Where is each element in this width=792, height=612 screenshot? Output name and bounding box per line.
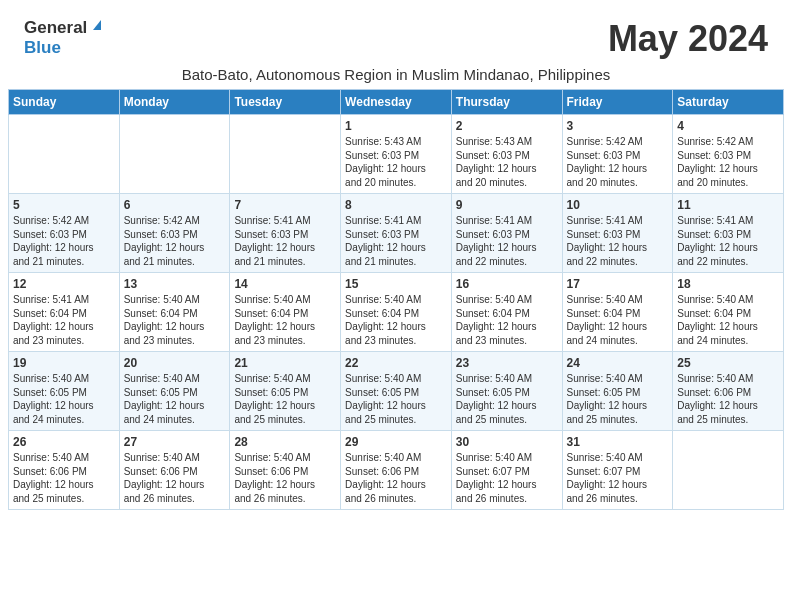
table-row: 21Sunrise: 5:40 AMSunset: 6:05 PMDayligh… [230,352,341,431]
cell-content: Sunrise: 5:43 AMSunset: 6:03 PMDaylight:… [345,135,447,189]
day-number: 29 [345,435,447,449]
table-row: 20Sunrise: 5:40 AMSunset: 6:05 PMDayligh… [119,352,230,431]
table-row: 29Sunrise: 5:40 AMSunset: 6:06 PMDayligh… [341,431,452,510]
col-monday: Monday [119,90,230,115]
cell-content: Sunrise: 5:40 AMSunset: 6:05 PMDaylight:… [234,372,336,426]
day-number: 12 [13,277,115,291]
cell-content: Sunrise: 5:40 AMSunset: 6:07 PMDaylight:… [567,451,669,505]
cell-content: Sunrise: 5:40 AMSunset: 6:06 PMDaylight:… [234,451,336,505]
day-number: 10 [567,198,669,212]
table-row: 11Sunrise: 5:41 AMSunset: 6:03 PMDayligh… [673,194,784,273]
calendar-week-row: 1Sunrise: 5:43 AMSunset: 6:03 PMDaylight… [9,115,784,194]
day-number: 18 [677,277,779,291]
cell-content: Sunrise: 5:40 AMSunset: 6:04 PMDaylight:… [567,293,669,347]
col-saturday: Saturday [673,90,784,115]
table-row: 5Sunrise: 5:42 AMSunset: 6:03 PMDaylight… [9,194,120,273]
table-row: 26Sunrise: 5:40 AMSunset: 6:06 PMDayligh… [9,431,120,510]
calendar-week-row: 19Sunrise: 5:40 AMSunset: 6:05 PMDayligh… [9,352,784,431]
calendar-table: Sunday Monday Tuesday Wednesday Thursday… [8,89,784,510]
col-wednesday: Wednesday [341,90,452,115]
calendar-week-row: 5Sunrise: 5:42 AMSunset: 6:03 PMDaylight… [9,194,784,273]
day-number: 4 [677,119,779,133]
day-number: 11 [677,198,779,212]
cell-content: Sunrise: 5:40 AMSunset: 6:04 PMDaylight:… [345,293,447,347]
day-number: 14 [234,277,336,291]
cell-content: Sunrise: 5:41 AMSunset: 6:03 PMDaylight:… [345,214,447,268]
table-row [9,115,120,194]
table-row: 6Sunrise: 5:42 AMSunset: 6:03 PMDaylight… [119,194,230,273]
day-number: 13 [124,277,226,291]
day-number: 26 [13,435,115,449]
month-title: May 2024 [608,18,768,60]
table-row: 14Sunrise: 5:40 AMSunset: 6:04 PMDayligh… [230,273,341,352]
cell-content: Sunrise: 5:41 AMSunset: 6:03 PMDaylight:… [567,214,669,268]
logo: General Blue [24,18,105,58]
day-number: 1 [345,119,447,133]
day-number: 7 [234,198,336,212]
calendar-week-row: 12Sunrise: 5:41 AMSunset: 6:04 PMDayligh… [9,273,784,352]
table-row: 25Sunrise: 5:40 AMSunset: 6:06 PMDayligh… [673,352,784,431]
table-row: 22Sunrise: 5:40 AMSunset: 6:05 PMDayligh… [341,352,452,431]
cell-content: Sunrise: 5:40 AMSunset: 6:07 PMDaylight:… [456,451,558,505]
cell-content: Sunrise: 5:41 AMSunset: 6:03 PMDaylight:… [456,214,558,268]
cell-content: Sunrise: 5:40 AMSunset: 6:06 PMDaylight:… [345,451,447,505]
day-number: 21 [234,356,336,370]
cell-content: Sunrise: 5:40 AMSunset: 6:06 PMDaylight:… [677,372,779,426]
day-number: 30 [456,435,558,449]
table-row: 10Sunrise: 5:41 AMSunset: 6:03 PMDayligh… [562,194,673,273]
day-number: 19 [13,356,115,370]
day-number: 17 [567,277,669,291]
cell-content: Sunrise: 5:40 AMSunset: 6:04 PMDaylight:… [124,293,226,347]
cell-content: Sunrise: 5:41 AMSunset: 6:03 PMDaylight:… [677,214,779,268]
table-row: 12Sunrise: 5:41 AMSunset: 6:04 PMDayligh… [9,273,120,352]
table-row [673,431,784,510]
day-number: 27 [124,435,226,449]
cell-content: Sunrise: 5:43 AMSunset: 6:03 PMDaylight:… [456,135,558,189]
table-row: 16Sunrise: 5:40 AMSunset: 6:04 PMDayligh… [451,273,562,352]
cell-content: Sunrise: 5:40 AMSunset: 6:04 PMDaylight:… [234,293,336,347]
table-row: 17Sunrise: 5:40 AMSunset: 6:04 PMDayligh… [562,273,673,352]
table-row: 19Sunrise: 5:40 AMSunset: 6:05 PMDayligh… [9,352,120,431]
table-row: 4Sunrise: 5:42 AMSunset: 6:03 PMDaylight… [673,115,784,194]
day-number: 24 [567,356,669,370]
cell-content: Sunrise: 5:42 AMSunset: 6:03 PMDaylight:… [124,214,226,268]
day-number: 25 [677,356,779,370]
table-row: 15Sunrise: 5:40 AMSunset: 6:04 PMDayligh… [341,273,452,352]
day-number: 28 [234,435,336,449]
table-row: 24Sunrise: 5:40 AMSunset: 6:05 PMDayligh… [562,352,673,431]
col-tuesday: Tuesday [230,90,341,115]
day-number: 5 [13,198,115,212]
table-row: 31Sunrise: 5:40 AMSunset: 6:07 PMDayligh… [562,431,673,510]
table-row: 27Sunrise: 5:40 AMSunset: 6:06 PMDayligh… [119,431,230,510]
cell-content: Sunrise: 5:40 AMSunset: 6:06 PMDaylight:… [124,451,226,505]
day-number: 2 [456,119,558,133]
table-row: 23Sunrise: 5:40 AMSunset: 6:05 PMDayligh… [451,352,562,431]
table-row: 9Sunrise: 5:41 AMSunset: 6:03 PMDaylight… [451,194,562,273]
table-row [119,115,230,194]
cell-content: Sunrise: 5:40 AMSunset: 6:04 PMDaylight:… [456,293,558,347]
table-row: 7Sunrise: 5:41 AMSunset: 6:03 PMDaylight… [230,194,341,273]
cell-content: Sunrise: 5:42 AMSunset: 6:03 PMDaylight:… [567,135,669,189]
col-sunday: Sunday [9,90,120,115]
col-friday: Friday [562,90,673,115]
table-row: 3Sunrise: 5:42 AMSunset: 6:03 PMDaylight… [562,115,673,194]
cell-content: Sunrise: 5:41 AMSunset: 6:04 PMDaylight:… [13,293,115,347]
day-number: 8 [345,198,447,212]
page-subtitle: Bato-Bato, Autonomous Region in Muslim M… [0,64,792,89]
day-number: 6 [124,198,226,212]
day-number: 23 [456,356,558,370]
cell-content: Sunrise: 5:40 AMSunset: 6:06 PMDaylight:… [13,451,115,505]
cell-content: Sunrise: 5:40 AMSunset: 6:05 PMDaylight:… [124,372,226,426]
cell-content: Sunrise: 5:41 AMSunset: 6:03 PMDaylight:… [234,214,336,268]
table-row: 2Sunrise: 5:43 AMSunset: 6:03 PMDaylight… [451,115,562,194]
day-number: 9 [456,198,558,212]
cell-content: Sunrise: 5:40 AMSunset: 6:05 PMDaylight:… [345,372,447,426]
table-row: 30Sunrise: 5:40 AMSunset: 6:07 PMDayligh… [451,431,562,510]
table-row: 1Sunrise: 5:43 AMSunset: 6:03 PMDaylight… [341,115,452,194]
page-header: General Blue May 2024 [0,0,792,64]
cell-content: Sunrise: 5:40 AMSunset: 6:05 PMDaylight:… [456,372,558,426]
day-number: 16 [456,277,558,291]
svg-marker-0 [93,20,101,30]
cell-content: Sunrise: 5:40 AMSunset: 6:05 PMDaylight:… [567,372,669,426]
table-row: 13Sunrise: 5:40 AMSunset: 6:04 PMDayligh… [119,273,230,352]
